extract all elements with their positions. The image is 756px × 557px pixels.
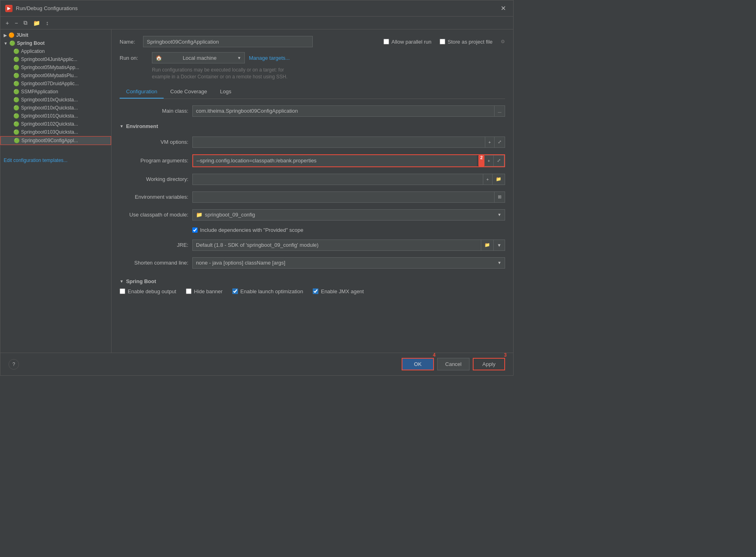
vm-options-expand-button[interactable]: ⤢ [495, 137, 505, 148]
run-on-label: Run on: [120, 55, 148, 61]
config-tabs: Configuration Code Coverage Logs [120, 85, 505, 99]
jre-dropdown-button[interactable]: ▼ [494, 240, 505, 251]
sidebar-item-application[interactable]: 🟢 Application [0, 47, 111, 55]
spring-boot-section-header[interactable]: ▼ Spring Boot [120, 278, 505, 284]
sidebar-item-sb05[interactable]: 🟢 Springboot05MybatisApp... [0, 63, 111, 71]
sidebar-item-label: Springboot010xQuicksta... [21, 97, 78, 103]
jre-label: JRE: [120, 242, 188, 248]
cancel-button[interactable]: Cancel [437, 358, 470, 370]
store-project-label: Store as project file [448, 39, 493, 45]
edit-templates-link[interactable]: Edit configuration templates... [0, 154, 71, 166]
env-vars-row: Environment variables: ⊞ [120, 191, 505, 203]
sidebar-item-sb07[interactable]: 🟢 Springboot07DruidApplic... [0, 80, 111, 88]
sidebar-item-sb09[interactable]: 🟢 Springboot09ConfigAppl... 1 [0, 136, 111, 145]
close-button[interactable]: ✕ [498, 4, 508, 13]
classpath-select[interactable]: 📁 springboot_09_config ▼ [192, 209, 505, 221]
enable-jmx-row: Enable JMX agent [313, 288, 364, 294]
run-on-dropdown[interactable]: 🏠 Local machine ▼ [152, 52, 245, 63]
sidebar-item-label: Springboot0102Quicksta... [21, 121, 78, 127]
hint-text: Run configurations may be executed local… [152, 67, 505, 80]
ok-button[interactable]: OK [402, 358, 434, 370]
sidebar-item-sb010b[interactable]: 🟢 Springboot010xQuicksta... [0, 104, 111, 112]
vm-options-input[interactable] [192, 137, 485, 148]
sidebar-item-sb04[interactable]: 🟢 Springboot04JunitApplic... [0, 55, 111, 63]
gear-icon: ⚙ [501, 39, 505, 44]
tab-configuration[interactable]: Configuration [120, 85, 164, 99]
include-deps-checkbox[interactable] [192, 227, 198, 233]
enable-debug-checkbox[interactable] [120, 288, 125, 294]
vm-options-add-button[interactable]: + [485, 137, 495, 148]
classpath-label: Use classpath of module: [120, 212, 188, 218]
ssmp-icon: 🟢 [13, 89, 19, 95]
local-machine-label: Local machine [183, 55, 217, 61]
sidebar-item-label: Springboot06MybatisPlu... [21, 73, 78, 78]
env-vars-input-group: ⊞ [192, 191, 505, 203]
folder-config-button[interactable]: 📁 [31, 19, 42, 27]
sidebar-item-sb06[interactable]: 🟢 Springboot06MybatisPlu... [0, 71, 111, 80]
spring-boot-group-label: Spring Boot [17, 40, 45, 46]
apply-button[interactable]: Apply [473, 358, 505, 370]
bottom-bar: ? OK 4 Cancel Apply 3 [0, 353, 513, 375]
shorten-cmd-select[interactable]: none - java [options] className [args] ▼ [192, 257, 505, 269]
sidebar-item-sb010a[interactable]: 🟢 Springboot010xQuicksta... [0, 96, 111, 104]
env-vars-browse-button[interactable]: ⊞ [495, 191, 505, 203]
sidebar-item-sb0101[interactable]: 🟢 Springboot0101Quicksta... [0, 112, 111, 120]
sidebar-item-ssmp[interactable]: 🟢 SSMPApplication [0, 88, 111, 96]
jre-select[interactable]: Default (1.8 - SDK of 'springboot_09_con… [192, 240, 481, 251]
name-input[interactable] [143, 36, 313, 47]
add-config-button[interactable]: + [4, 19, 11, 27]
spring-boot-group-icon: 🟢 [9, 40, 15, 46]
hide-banner-checkbox[interactable] [186, 288, 192, 294]
working-dir-browse-button[interactable]: 📁 [493, 174, 505, 185]
sidebar-item-label: Springboot09ConfigAppl... [21, 138, 78, 143]
classpath-chevron-icon: ▼ [497, 212, 501, 217]
sort-config-button[interactable]: ↕ [44, 19, 51, 27]
sidebar-group-junit[interactable]: ▶ 🟠 JUnit [0, 31, 111, 39]
main-class-browse-button[interactable]: ... [495, 105, 505, 117]
spring-boot-section: ▼ Spring Boot Enable debug output Hide b… [120, 278, 505, 294]
jre-row: JRE: Default (1.8 - SDK of 'springboot_0… [120, 240, 505, 251]
classpath-icon: 📁 [196, 212, 202, 218]
working-dir-input[interactable] [192, 174, 483, 185]
sb0102-icon: 🟢 [13, 121, 19, 127]
program-args-input[interactable] [193, 155, 477, 166]
main-class-row: Main class: ... [120, 105, 505, 117]
sidebar-item-sb0103[interactable]: 🟢 Springboot0103Quicksta... [0, 128, 111, 136]
sb010b-icon: 🟢 [13, 105, 19, 111]
sidebar-item-label: Springboot0101Quicksta... [21, 113, 78, 119]
tab-logs[interactable]: Logs [213, 85, 238, 99]
allow-parallel-label: Allow parallel run [392, 39, 432, 45]
program-args-input-group: 2 + ⤢ [192, 154, 505, 167]
jre-browse-button[interactable]: 📁 [481, 240, 494, 251]
store-project-row: Store as project file [440, 39, 493, 45]
hide-banner-row: Hide banner [186, 288, 223, 294]
app-icon: 🟢 [13, 48, 19, 54]
manage-targets-link[interactable]: Manage targets... [249, 55, 290, 61]
program-args-add-button[interactable]: + [484, 155, 494, 166]
copy-config-button[interactable]: ⧉ [21, 18, 29, 27]
store-project-checkbox[interactable] [440, 39, 445, 44]
sidebar-item-label: Springboot0103Quicksta... [21, 129, 78, 135]
main-class-input[interactable] [192, 105, 495, 117]
include-deps-row: Include dependencies with "Provided" sco… [192, 227, 505, 233]
sidebar-item-label: Springboot04JunitApplic... [21, 57, 77, 62]
junit-icon: 🟠 [8, 32, 15, 38]
working-dir-input-group: + 📁 [192, 174, 505, 185]
environment-section-header[interactable]: ▼ Environment [120, 123, 505, 129]
program-args-expand-button[interactable]: ⤢ [494, 155, 504, 166]
jre-value: Default (1.8 - SDK of 'springboot_09_con… [196, 242, 478, 248]
allow-parallel-checkbox[interactable] [383, 39, 389, 44]
sidebar-group-spring-boot[interactable]: ▼ 🟢 Spring Boot [0, 39, 111, 47]
enable-launch-checkbox[interactable] [232, 288, 238, 294]
env-vars-input[interactable] [192, 191, 495, 203]
sidebar-item-label: Application [21, 48, 45, 54]
apply-wrapper: Apply 3 [473, 358, 505, 370]
sb04-icon: 🟢 [13, 57, 19, 62]
tab-code-coverage[interactable]: Code Coverage [164, 85, 213, 99]
enable-jmx-checkbox[interactable] [313, 288, 318, 294]
working-dir-add-button[interactable]: + [483, 174, 493, 185]
sidebar-item-sb0102[interactable]: 🟢 Springboot0102Quicksta... [0, 120, 111, 128]
sidebar: ▶ 🟠 JUnit ▼ 🟢 Spring Boot 🟢 Application … [0, 29, 112, 353]
remove-config-button[interactable]: − [13, 19, 20, 27]
help-button[interactable]: ? [8, 359, 19, 370]
